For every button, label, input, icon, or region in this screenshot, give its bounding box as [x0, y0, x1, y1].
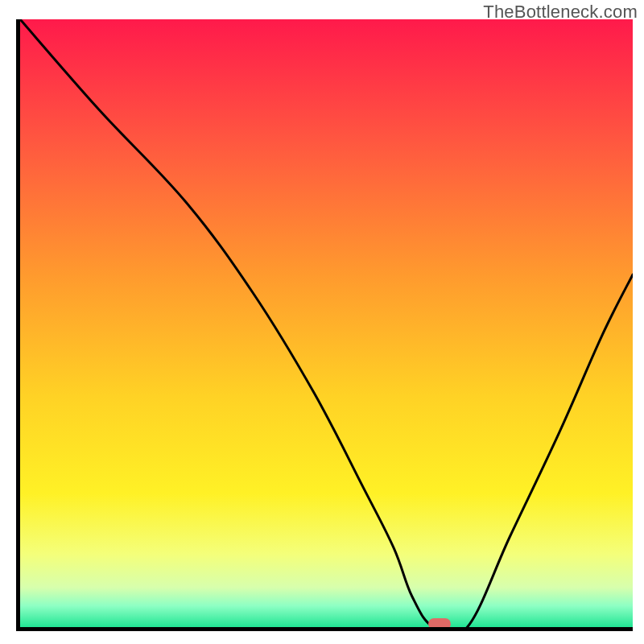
chart-container: TheBottleneck.com	[0, 0, 644, 644]
watermark-text: TheBottleneck.com	[483, 2, 638, 23]
svg-rect-0	[20, 19, 633, 627]
minimum-marker	[428, 618, 451, 630]
plot-area	[16, 19, 633, 631]
background-gradient	[20, 19, 633, 627]
